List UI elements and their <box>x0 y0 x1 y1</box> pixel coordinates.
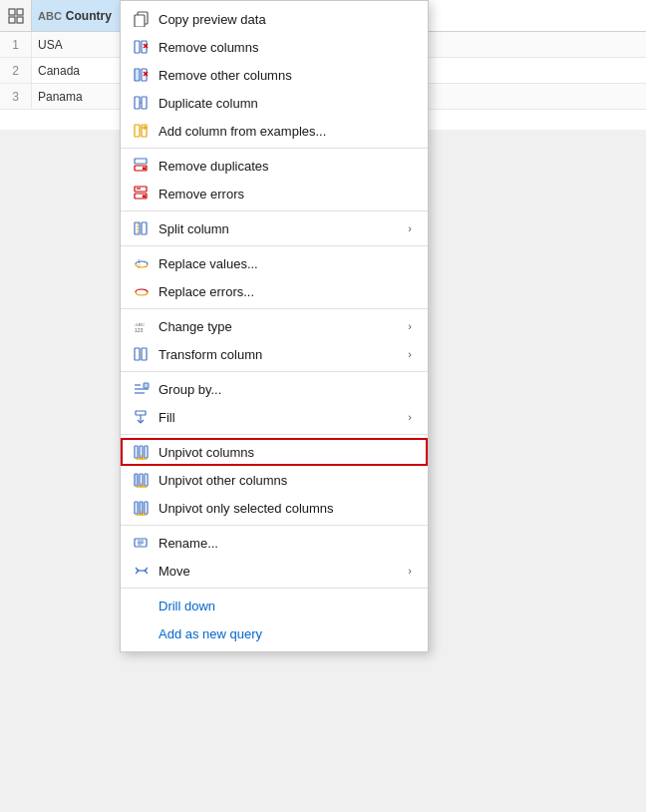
add-column-examples-label: Add column from examples... <box>159 124 412 139</box>
fill-arrow: › <box>408 411 412 423</box>
move-label: Move <box>159 564 400 579</box>
replace-errors-label: Replace errors... <box>159 284 412 299</box>
svg-rect-0 <box>9 9 15 15</box>
rename-label: Rename... <box>159 536 412 551</box>
remove-duplicates-label: Remove duplicates <box>159 159 412 174</box>
svg-rect-3 <box>17 17 23 23</box>
replace-errors-icon <box>133 282 151 300</box>
remove-columns-label: Remove columns <box>159 40 412 55</box>
svg-rect-47 <box>145 446 148 458</box>
svg-rect-10 <box>135 69 140 81</box>
unpivot-other-columns-icon <box>133 471 151 489</box>
menu-item-transform-column[interactable]: Transform column › <box>121 340 428 368</box>
menu-item-replace-values[interactable]: 1 2 Replace values... <box>121 249 428 277</box>
menu-item-replace-errors[interactable]: Replace errors... <box>121 277 428 305</box>
separator-5 <box>121 371 428 372</box>
change-type-arrow: › <box>408 320 412 332</box>
unpivot-selected-columns-label: Unpivot only selected columns <box>159 501 412 516</box>
separator-3 <box>121 245 428 246</box>
menu-item-add-column-examples[interactable]: Add column from examples... <box>121 117 428 145</box>
menu-item-remove-errors[interactable]: Remove errors <box>121 180 428 207</box>
separator-1 <box>121 148 428 149</box>
unpivot-columns-icon <box>133 443 151 461</box>
menu-item-unpivot-other-columns[interactable]: Unpivot other columns <box>121 466 428 494</box>
add-new-query-label: Add as new query <box>159 626 412 641</box>
replace-values-icon: 1 2 <box>133 254 151 272</box>
svg-rect-38 <box>142 348 147 360</box>
menu-item-duplicate-column[interactable]: Duplicate column <box>121 89 428 117</box>
menu-item-remove-other-columns[interactable]: Remove other columns <box>121 61 428 89</box>
unpivot-columns-label: Unpivot columns <box>159 445 412 460</box>
group-by-label: Group by... <box>159 382 412 397</box>
cell-rownum-1: 1 <box>0 32 32 57</box>
svg-rect-17 <box>135 125 140 137</box>
svg-text:123: 123 <box>135 327 144 333</box>
cell-rownum-3: 3 <box>0 84 32 109</box>
split-column-arrow: › <box>408 222 412 234</box>
split-column-label: Split column <box>159 221 400 236</box>
country-col-label: Country <box>66 9 112 23</box>
copy-icon <box>133 10 151 28</box>
menu-item-unpivot-selected-columns[interactable]: Unpivot only selected columns <box>121 494 428 522</box>
transform-column-arrow: › <box>408 348 412 360</box>
svg-rect-51 <box>135 502 138 514</box>
drill-down-icon <box>133 597 151 614</box>
remove-errors-label: Remove errors <box>159 187 412 202</box>
menu-item-move[interactable]: Move › <box>121 557 428 585</box>
menu-item-change-type[interactable]: ABC 123 Change type › <box>121 312 428 340</box>
move-arrow: › <box>408 565 412 577</box>
svg-rect-21 <box>135 159 147 164</box>
unpivot-selected-columns-icon <box>133 499 151 517</box>
add-new-query-icon <box>133 624 151 642</box>
cell-rownum-2: 2 <box>0 58 32 83</box>
svg-rect-15 <box>142 97 147 109</box>
split-column-icon <box>133 219 151 237</box>
menu-item-remove-columns[interactable]: Remove columns <box>121 33 428 61</box>
menu-item-drill-down[interactable]: Drill down <box>121 592 428 619</box>
menu-item-split-column[interactable]: Split column › <box>121 214 428 242</box>
menu-item-group-by[interactable]: Group by... <box>121 375 428 403</box>
group-by-icon <box>133 380 151 398</box>
svg-rect-48 <box>135 474 138 486</box>
separator-2 <box>121 210 428 211</box>
svg-rect-6 <box>135 41 140 53</box>
svg-rect-37 <box>135 348 140 360</box>
menu-item-copy-preview[interactable]: Copy preview data <box>121 5 428 33</box>
menu-item-rename[interactable]: Rename... <box>121 529 428 557</box>
svg-rect-1 <box>17 9 23 15</box>
rename-icon <box>133 534 151 552</box>
svg-text:2: 2 <box>138 263 141 269</box>
menu-item-add-new-query[interactable]: Add as new query <box>121 619 428 647</box>
svg-rect-31 <box>142 222 147 234</box>
svg-rect-45 <box>135 446 138 458</box>
fill-label: Fill <box>159 410 400 425</box>
change-type-icon: ABC 123 <box>133 317 151 335</box>
menu-item-unpivot-columns[interactable]: Unpivot columns <box>121 438 428 466</box>
remove-errors-icon <box>133 185 151 203</box>
separator-7 <box>121 525 428 526</box>
drill-down-label: Drill down <box>159 599 412 613</box>
transform-column-icon <box>133 345 151 363</box>
separator-6 <box>121 434 428 435</box>
svg-rect-50 <box>145 474 148 486</box>
svg-rect-44 <box>136 411 146 415</box>
fill-icon <box>133 408 151 426</box>
duplicate-column-icon <box>133 94 151 112</box>
context-menu: Copy preview data Remove columns Remove … <box>120 0 429 652</box>
transform-column-label: Transform column <box>159 347 400 362</box>
menu-item-fill[interactable]: Fill › <box>121 403 428 431</box>
col-header-rownum <box>0 0 32 31</box>
unpivot-other-columns-label: Unpivot other columns <box>159 473 412 488</box>
change-type-label: Change type <box>159 319 400 334</box>
duplicate-column-label: Duplicate column <box>159 96 412 111</box>
remove-duplicates-icon <box>133 157 151 175</box>
menu-item-remove-duplicates[interactable]: Remove duplicates <box>121 152 428 180</box>
copy-preview-label: Copy preview data <box>159 12 412 27</box>
separator-4 <box>121 308 428 309</box>
move-icon <box>133 562 151 580</box>
svg-rect-2 <box>9 17 15 23</box>
add-column-examples-icon <box>133 122 151 140</box>
svg-rect-5 <box>135 15 145 27</box>
svg-rect-14 <box>135 97 140 109</box>
svg-rect-43 <box>144 383 149 388</box>
